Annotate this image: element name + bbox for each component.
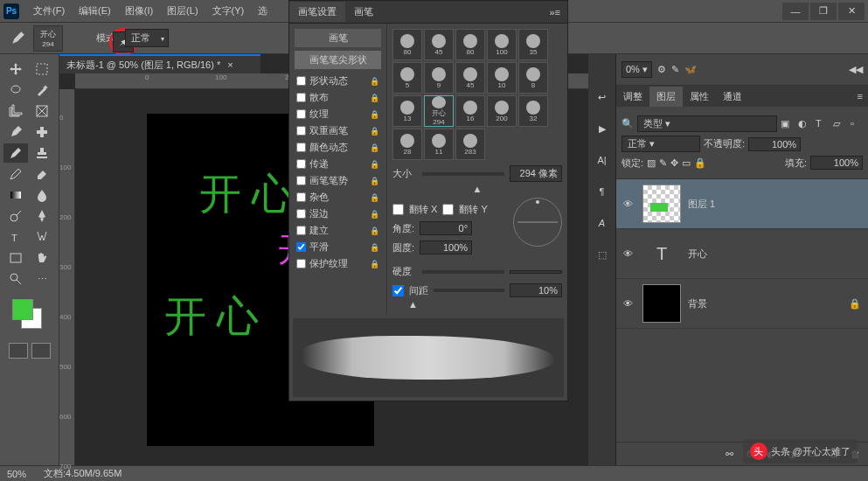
tab-brush-settings[interactable]: 画笔设置 bbox=[289, 2, 345, 22]
restore-button[interactable]: ❐ bbox=[810, 3, 837, 20]
status-doc-size[interactable]: 文档:4.50M/9.65M bbox=[44, 467, 122, 480]
option-check[interactable] bbox=[296, 259, 306, 268]
menu-image[interactable]: 图像(I) bbox=[118, 3, 160, 19]
hardness-input[interactable] bbox=[510, 270, 562, 274]
edit-toolbar[interactable]: ⋯ bbox=[30, 269, 54, 289]
brush-thumb[interactable]: 32 bbox=[518, 95, 548, 127]
quickmask-icon[interactable] bbox=[9, 343, 28, 359]
blend-select[interactable]: 正常 ▾ bbox=[621, 136, 700, 152]
brush-option[interactable]: 颜色动态🔒 bbox=[295, 139, 381, 156]
option-check[interactable] bbox=[296, 143, 306, 152]
brush-option[interactable]: 双重画笔🔒 bbox=[295, 122, 381, 139]
lock-icon[interactable]: 🔒 bbox=[370, 210, 379, 219]
size-input[interactable]: 294 像素 bbox=[510, 165, 562, 182]
brush-thumb[interactable]: 283 bbox=[455, 129, 485, 160]
lock-icon[interactable]: 🔒 bbox=[370, 160, 379, 169]
brush-thumb[interactable]: 80 bbox=[455, 29, 485, 60]
menu-type[interactable]: 文字(Y) bbox=[205, 3, 252, 19]
menu-file[interactable]: 文件(F) bbox=[26, 3, 72, 19]
brush-option[interactable]: 平滑🔒 bbox=[295, 239, 381, 255]
collapse-icon[interactable]: ◀◀ bbox=[849, 64, 863, 75]
layer-name[interactable]: 图层 1 bbox=[688, 198, 715, 211]
brush-option[interactable]: 形状动态🔒 bbox=[295, 73, 381, 89]
frame-tool[interactable] bbox=[30, 101, 54, 121]
option-check[interactable] bbox=[296, 159, 306, 169]
spacing-slider[interactable] bbox=[434, 289, 504, 292]
stamp-tool[interactable] bbox=[30, 143, 54, 163]
brush-option[interactable]: 建立🔒 bbox=[295, 222, 381, 239]
crop-tool[interactable] bbox=[3, 101, 28, 121]
lock-position-icon[interactable]: ✎ bbox=[659, 157, 667, 169]
option-check[interactable] bbox=[296, 93, 306, 102]
minimize-button[interactable]: — bbox=[782, 3, 809, 20]
visibility-icon[interactable]: 👁 bbox=[623, 248, 635, 259]
lock-icon[interactable]: 🔒 bbox=[370, 127, 379, 136]
3d-icon[interactable]: ⬚ bbox=[594, 247, 610, 262]
screenmode-icon[interactable] bbox=[31, 343, 51, 359]
brush-option[interactable]: 纹理🔒 bbox=[295, 106, 381, 122]
link-icon[interactable]: ⚯ bbox=[719, 446, 739, 462]
blend-mode-select[interactable]: 正常 ▾ bbox=[125, 29, 169, 47]
zoom-input[interactable]: 0% ▾ bbox=[621, 61, 652, 78]
layer-row[interactable]: 👁 T 开心 bbox=[616, 229, 868, 279]
brush-icon[interactable]: ✎ bbox=[671, 64, 679, 75]
lock-all-icon[interactable]: 🔒 bbox=[694, 157, 706, 169]
option-check[interactable] bbox=[296, 109, 306, 119]
brush-header[interactable]: 画笔 bbox=[295, 29, 381, 47]
close-icon[interactable]: × bbox=[227, 59, 233, 70]
option-check[interactable] bbox=[296, 209, 306, 219]
lock-pixels-icon[interactable]: ▨ bbox=[647, 157, 656, 169]
brush-thumb[interactable]: 8 bbox=[518, 62, 548, 94]
dodge-tool[interactable] bbox=[3, 206, 28, 226]
brush-thumb[interactable]: 100 bbox=[487, 29, 517, 60]
gradient-tool[interactable] bbox=[3, 185, 28, 205]
history-icon[interactable]: ↩ bbox=[594, 89, 610, 105]
size-slider[interactable] bbox=[422, 172, 504, 176]
round-input[interactable]: 100% bbox=[420, 240, 472, 254]
lock-icon[interactable]: 🔒 bbox=[370, 110, 379, 119]
filter-shape-icon[interactable]: ▱ bbox=[833, 118, 845, 130]
brush-thumb[interactable]: 45 bbox=[455, 62, 485, 94]
filter-image-icon[interactable]: ▣ bbox=[781, 118, 793, 130]
lock-artboard-icon[interactable]: ▭ bbox=[682, 157, 691, 169]
hand-tool[interactable] bbox=[30, 248, 54, 268]
heal-tool[interactable] bbox=[30, 122, 54, 142]
lock-icon[interactable]: 🔒 bbox=[370, 177, 379, 185]
status-zoom[interactable]: 50% bbox=[7, 469, 26, 479]
lock-icon[interactable]: 🔒 bbox=[370, 260, 379, 268]
lock-icon[interactable]: 🔒 bbox=[370, 227, 379, 235]
layer-row[interactable]: 👁 图层 1 bbox=[616, 179, 868, 229]
play-icon[interactable]: ▶ bbox=[594, 121, 610, 136]
tab-adjustments[interactable]: 调整 bbox=[616, 87, 649, 107]
color-swatches[interactable] bbox=[12, 299, 47, 334]
opacity-input[interactable]: 100% bbox=[748, 137, 801, 151]
option-check[interactable] bbox=[296, 176, 306, 185]
hardness-slider[interactable] bbox=[422, 270, 504, 274]
close-button[interactable]: ✕ bbox=[838, 3, 865, 20]
brush-preset-picker[interactable]: 开心 294 bbox=[33, 25, 63, 52]
layer-name[interactable]: 开心 bbox=[688, 247, 707, 261]
spacing-check[interactable] bbox=[392, 285, 404, 296]
zoom-tool[interactable] bbox=[3, 269, 28, 289]
menu-select[interactable]: 选 bbox=[251, 3, 274, 19]
angle-wheel[interactable] bbox=[513, 198, 562, 247]
flipx-check[interactable] bbox=[392, 204, 404, 215]
brush-option[interactable]: 传递🔒 bbox=[295, 156, 381, 172]
panel-menu-icon[interactable]: ≡ bbox=[852, 91, 868, 101]
layer-name[interactable]: 背景 bbox=[688, 297, 707, 310]
wand-tool[interactable] bbox=[30, 80, 54, 100]
flipy-check[interactable] bbox=[442, 204, 454, 215]
brush-thumb[interactable]: 28 bbox=[392, 129, 422, 160]
brush-thumb[interactable]: 13 bbox=[392, 95, 422, 127]
visibility-icon[interactable]: 👁 bbox=[623, 298, 635, 309]
para-icon[interactable]: ¶ bbox=[594, 184, 610, 199]
brush-thumb[interactable]: 10 bbox=[487, 62, 517, 94]
move-tool[interactable] bbox=[3, 59, 28, 79]
brush-tip-header[interactable]: 画笔笔尖形状 bbox=[295, 51, 381, 69]
history-brush-tool[interactable] bbox=[3, 164, 28, 184]
brush-thumb[interactable]: 35 bbox=[518, 29, 548, 60]
lock-icon[interactable]: 🔒 bbox=[370, 243, 379, 252]
marquee-tool[interactable] bbox=[30, 59, 54, 79]
lock-icon[interactable]: 🔒 bbox=[370, 94, 379, 102]
lock-icon[interactable]: 🔒 bbox=[370, 143, 379, 152]
